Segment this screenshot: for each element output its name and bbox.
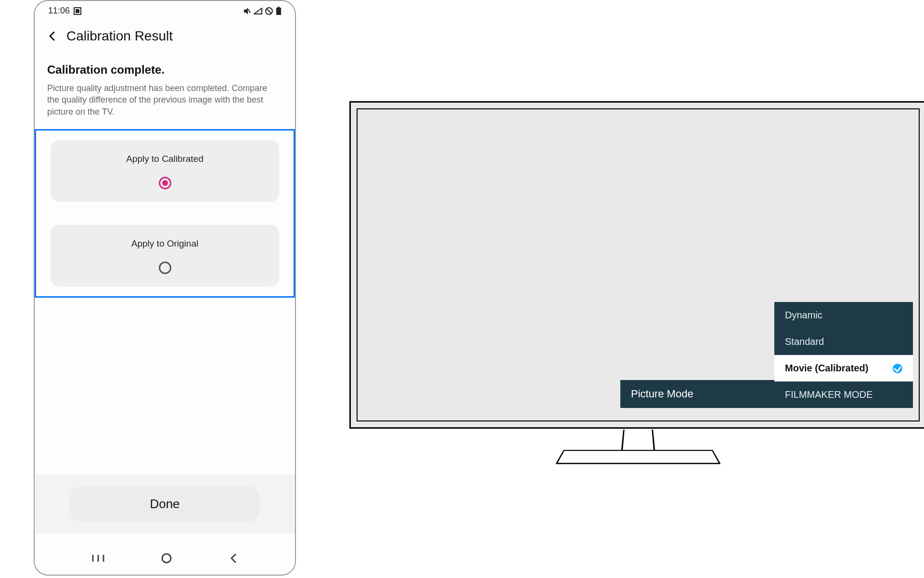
option-label: Apply to Calibrated [55,154,274,164]
back-icon[interactable] [47,31,58,41]
done-button[interactable]: Done [69,486,260,522]
picture-mode-menu: Dynamic Standard Movie (Calibrated) FILM… [774,302,913,408]
tv-monitor: Picture Mode Dynamic Standard Movie (Cal… [349,101,924,465]
picture-mode-item-label: Dynamic [785,310,822,321]
tv-stand-base [555,450,721,464]
home-icon[interactable] [161,553,172,565]
picture-mode-item-dynamic[interactable]: Dynamic [774,302,913,328]
calibration-heading: Calibration complete. [47,63,282,77]
svg-line-3 [248,9,250,13]
radio-selected-icon[interactable] [159,177,171,189]
mute-icon [243,7,251,15]
picture-mode-item-label: Movie (Calibrated) [785,363,868,374]
svg-line-5 [267,9,271,13]
status-time: 11:06 [48,6,70,16]
phone-frame: 11:06 [34,0,296,576]
page-header: Calibration Result [35,19,295,49]
nosignal-icon [254,8,262,14]
done-bar: Done [34,474,296,534]
picture-mode-item-label: Standard [785,336,824,347]
picture-mode-item-filmmaker[interactable]: FILMMAKER MODE [774,381,913,408]
svg-rect-6 [276,8,281,15]
nav-back-icon[interactable] [229,553,238,565]
recents-icon[interactable] [92,554,104,565]
check-icon [893,364,902,373]
dnd-icon [265,7,273,15]
option-apply-original[interactable]: Apply to Original [51,225,279,287]
tv-screen: Picture Mode Dynamic Standard Movie (Cal… [357,108,920,421]
picture-mode-item-movie-calibrated[interactable]: Movie (Calibrated) [774,355,913,381]
option-label: Apply to Original [55,238,274,249]
picture-mode-label: Picture Mode [620,380,779,408]
svg-point-11 [162,554,171,563]
svg-rect-7 [278,7,280,8]
picture-mode-label-text: Picture Mode [631,388,693,400]
radio-unselected-icon[interactable] [159,262,171,274]
options-highlight-box: Apply to Calibrated Apply to Original [35,129,295,298]
tv-screen-outer: Picture Mode Dynamic Standard Movie (Cal… [349,101,924,429]
tv-stand-neck [621,430,655,451]
picture-mode-item-label: FILMMAKER MODE [785,389,873,400]
screenshot-icon [74,7,81,15]
android-nav-bar [35,544,295,575]
picture-mode-item-standard[interactable]: Standard [774,328,913,355]
content-area: Calibration complete. Picture quality ad… [35,49,295,118]
page-title: Calibration Result [66,28,173,44]
svg-marker-2 [244,8,248,14]
option-apply-calibrated[interactable]: Apply to Calibrated [51,140,279,202]
svg-rect-1 [76,9,79,13]
status-bar: 11:06 [35,1,295,19]
canvas: 11:06 [0,0,924,578]
calibration-description: Picture quality adjustment has been comp… [47,82,273,118]
battery-icon [276,7,282,15]
